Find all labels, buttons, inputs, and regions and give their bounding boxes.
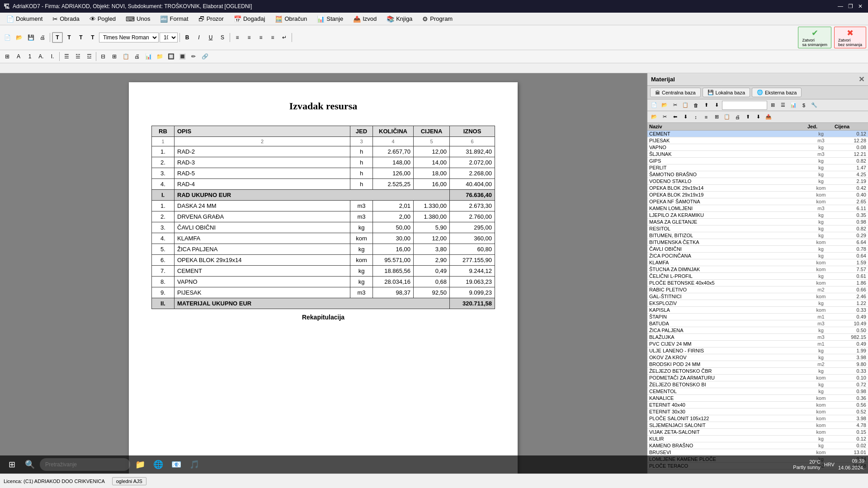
list-item[interactable]: RESITOL kg 0.82	[647, 225, 868, 232]
list-item[interactable]: VAPNO kg 0.08	[647, 144, 868, 151]
menu-program[interactable]: ⚙ Program	[418, 14, 457, 24]
list-item[interactable]: BRODSKI POD 24 MM m2 9.80	[647, 361, 868, 368]
font-family-select[interactable]: Times New Roman Arial Calibri	[99, 33, 159, 42]
list-item[interactable]: ČELIČNI L-PROFIL kg 0.61	[647, 273, 868, 280]
list-item[interactable]: BRUSEVI kom 13.01	[647, 449, 868, 456]
maximize-btn[interactable]: ❐	[846, 2, 854, 10]
p2-btn11[interactable]: ⬇	[753, 113, 763, 122]
p-tools-btn[interactable]: 🔧	[809, 101, 819, 110]
print-btn[interactable]: 🖨	[37, 32, 48, 43]
p-new-btn[interactable]: 📄	[649, 101, 659, 110]
list-item[interactable]: MASA ZA GLETANJE kg 0.98	[647, 219, 868, 225]
p2-btn2[interactable]: ✂	[660, 113, 670, 122]
indent-btn[interactable]: ↵	[279, 32, 290, 43]
p2-btn5[interactable]: ↕	[691, 113, 701, 122]
p2-btn7[interactable]: ⊞	[712, 113, 722, 122]
list-item[interactable]: ŠAMOTNO BRAŠNO kg 4.25	[647, 171, 868, 178]
list-item[interactable]: VODENO STAKLO kg 2.19	[647, 178, 868, 185]
p-grid-btn[interactable]: ⊞	[768, 101, 778, 110]
list-item[interactable]: ČAVLI OBIČNI kg 0.78	[647, 246, 868, 253]
p-list-btn[interactable]: ☰	[778, 101, 788, 110]
list-item[interactable]: ŽELJEZO BETONSKO ČBR kg 0.33	[647, 368, 868, 375]
list-item[interactable]: GIPS kg 0.82	[647, 158, 868, 164]
underline-btn[interactable]: U	[205, 32, 216, 43]
list-item[interactable]: PLOČE BETONSKE 40x40x5 kom 1.86	[647, 280, 868, 286]
align-center-btn[interactable]: ≡	[244, 32, 255, 43]
p-dollar-btn[interactable]: $	[799, 101, 809, 110]
panel-close-btn[interactable]: ✕	[859, 75, 864, 84]
menu-dogadjaj[interactable]: 📅 Događaj	[229, 14, 269, 24]
p2-btn8[interactable]: 📋	[722, 113, 732, 122]
menu-stanje[interactable]: 📊 Stanje	[312, 14, 348, 24]
p2-btn12[interactable]: 📤	[764, 113, 774, 122]
btn-t1[interactable]: T	[52, 32, 63, 43]
tb2-btn2[interactable]: A	[13, 51, 24, 62]
taskbar-icon4[interactable]: 🎵	[186, 456, 203, 473]
p-sort-btn[interactable]: ⬆	[701, 101, 711, 110]
tb2-btn5[interactable]: I.	[47, 51, 58, 62]
tb2-btn3[interactable]: 1	[24, 51, 35, 62]
tb2-btn8[interactable]: ☲	[84, 51, 94, 62]
tb2-btn9[interactable]: ⊟	[98, 51, 108, 62]
tb2-btn15[interactable]: 🔲	[165, 51, 176, 62]
tb2-btn17[interactable]: ✏	[188, 51, 199, 62]
list-item[interactable]: BITUMENSKA ČETKA kom 6.64	[647, 239, 868, 246]
list-item[interactable]: BITUMEN, BITIZOL kg 0.29	[647, 232, 868, 239]
tb2-btn14[interactable]: 📁	[154, 51, 165, 62]
list-item[interactable]: OKOV ZA KROV kg 3.98	[647, 354, 868, 361]
align-right-btn[interactable]: ≡	[255, 32, 266, 43]
list-item[interactable]: VIJAK ZETA-SALONIT kom 0.15	[647, 429, 868, 436]
taskbar-icon3[interactable]: 📧	[168, 456, 184, 473]
search-btn[interactable]: 🔍	[22, 456, 38, 473]
list-item[interactable]: GAL-ŠTITNICI kom 2.46	[647, 293, 868, 300]
new-btn[interactable]: 📄	[2, 32, 13, 43]
menu-knjiga[interactable]: 📚 Knjiga	[382, 14, 417, 24]
list-item[interactable]: PLOČE SALONIT 105x122 kom 3.98	[647, 415, 868, 422]
tb2-btn11[interactable]: 📋	[120, 51, 131, 62]
start-btn[interactable]: ⊞	[4, 456, 20, 473]
list-item[interactable]: KLAMFA kom 1.59	[647, 259, 868, 266]
taskbar-icon2[interactable]: 🌐	[150, 456, 166, 473]
list-item[interactable]: RABIC PLETIVO m2 0.66	[647, 286, 868, 293]
list-item[interactable]: LJEPILO ZA KERAMIKU kg 0.35	[647, 212, 868, 219]
list-item[interactable]: ŽELJEZO BETONSKO BI kg 0.72	[647, 381, 868, 388]
p-chart-btn[interactable]: 📊	[788, 101, 798, 110]
list-item[interactable]: ETERNIT 40x40 kom 0.56	[647, 402, 868, 408]
list-item[interactable]: PIJESAK m3 12.28	[647, 137, 868, 144]
list-item[interactable]: KAPISLA kom 0.33	[647, 307, 868, 314]
list-item[interactable]: KULIR kg 0.12	[647, 436, 868, 442]
p2-btn4[interactable]: ⬇	[680, 113, 690, 122]
tb2-btn7[interactable]: ☱	[72, 51, 83, 62]
list-item[interactable]: BLAŽUJKA m3 982.15	[647, 334, 868, 341]
list-item[interactable]: KAMEN LOMLJENI m3 6.11	[647, 205, 868, 212]
list-item[interactable]: ETERNIT 30x30 kom 0.52	[647, 408, 868, 415]
list-item[interactable]: BATUDA m3 10.49	[647, 320, 868, 327]
p-delete-btn[interactable]: 🗑	[691, 101, 701, 110]
tb2-btn18[interactable]: 🔗	[199, 51, 210, 62]
minimize-btn[interactable]: —	[836, 2, 844, 10]
p-copy-btn[interactable]: 📋	[680, 101, 690, 110]
tb2-btn12[interactable]: 🖨	[132, 51, 142, 62]
list-item[interactable]: OPEKA BLOK 29x19x14 kom 0.42	[647, 185, 868, 192]
tab-lokalna[interactable]: 💾 Lokalna baza	[703, 88, 750, 97]
list-item[interactable]: ŽICA POCINČANA kg 0.64	[647, 253, 868, 259]
list-item[interactable]: ULJE LANENO - FIRNIS kg 1.99	[647, 347, 868, 354]
cancel-without-btn[interactable]: ✖ Zatvori bez snimanja	[834, 27, 866, 48]
list-item[interactable]: PVC CIJEV 24 MM m1 0.49	[647, 341, 868, 347]
p2-btn1[interactable]: 📂	[649, 113, 659, 122]
list-item[interactable]: ŽICA PALJENA kg 0.50	[647, 327, 868, 334]
btn-t4[interactable]: T	[87, 32, 98, 43]
bold-btn[interactable]: B	[182, 32, 193, 43]
list-item[interactable]: CEMENTOL kg 0.98	[647, 388, 868, 395]
menu-obracun[interactable]: 🧮 Obračun	[270, 14, 311, 24]
list-item[interactable]: CEMENT kg 0.12	[647, 131, 868, 137]
menu-format[interactable]: 🔤 Format	[156, 14, 193, 24]
taskbar-icon1[interactable]: 📁	[132, 456, 148, 473]
list-item[interactable]: PERLIT kg 1.47	[647, 164, 868, 171]
list-item[interactable]: SLJEMENJACI SALONIT kom 4.78	[647, 422, 868, 429]
panel-search-input[interactable]	[722, 101, 767, 110]
p2-btn9[interactable]: 🖨	[732, 113, 742, 122]
save-icon-btn[interactable]: 💾	[25, 32, 36, 43]
menu-izvod[interactable]: 📤 Izvod	[349, 14, 381, 24]
align-left-btn[interactable]: ≡	[232, 32, 243, 43]
